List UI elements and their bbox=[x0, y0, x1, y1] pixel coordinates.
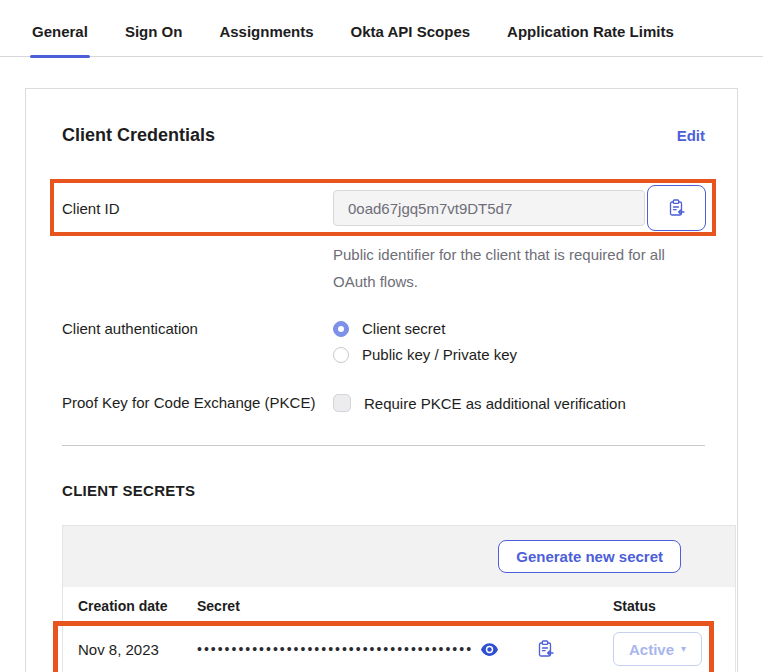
client-id-row: Client ID bbox=[62, 184, 705, 232]
tab-sign-on[interactable]: Sign On bbox=[123, 10, 185, 56]
tab-general[interactable]: General bbox=[30, 10, 90, 56]
client-secrets-title: CLIENT SECRETS bbox=[62, 482, 705, 499]
client-id-field-group bbox=[333, 185, 706, 231]
status-cell: Active ▾ bbox=[613, 632, 735, 666]
copy-client-id-button[interactable] bbox=[647, 185, 706, 231]
radio-label: Public key / Private key bbox=[362, 346, 517, 363]
chevron-down-icon: ▾ bbox=[681, 644, 686, 654]
radio-public-private-key[interactable] bbox=[333, 347, 349, 363]
column-header-secret: Secret bbox=[197, 598, 613, 614]
column-header-creation-date: Creation date bbox=[78, 598, 197, 614]
client-secrets-table: Generate new secret Creation date Secret… bbox=[62, 525, 736, 672]
client-id-input[interactable] bbox=[333, 190, 645, 226]
eye-icon bbox=[481, 643, 498, 656]
status-badge: Active bbox=[629, 641, 674, 658]
status-dropdown-button[interactable]: Active ▾ bbox=[613, 632, 702, 666]
radio-client-secret[interactable] bbox=[333, 321, 349, 337]
generate-new-secret-button[interactable]: Generate new secret bbox=[498, 540, 681, 573]
clipboard-copy-icon bbox=[669, 199, 685, 217]
secret-cell: •••••••••••••••••••••••••••••••••••••••• bbox=[197, 640, 613, 658]
client-id-help-text: Public identifier for the client that is… bbox=[333, 241, 678, 295]
reveal-secret-button[interactable] bbox=[481, 643, 498, 656]
masked-secret-value: •••••••••••••••••••••••••••••••••••••••• bbox=[197, 641, 473, 657]
secret-creation-date: Nov 8, 2023 bbox=[78, 641, 197, 658]
tab-application-rate-limits[interactable]: Application Rate Limits bbox=[505, 10, 676, 56]
pkce-row: Proof Key for Code Exchange (PKCE) Requi… bbox=[62, 394, 705, 412]
section-title: Client Credentials bbox=[62, 125, 215, 146]
clipboard-copy-icon bbox=[538, 640, 554, 658]
pkce-checkbox-option[interactable]: Require PKCE as additional verification bbox=[333, 394, 626, 412]
client-credentials-header: Client Credentials Edit bbox=[62, 125, 705, 146]
section-divider bbox=[62, 445, 705, 446]
radio-option-public-private-key[interactable]: Public key / Private key bbox=[333, 346, 517, 363]
tab-okta-api-scopes[interactable]: Okta API Scopes bbox=[349, 10, 473, 56]
tab-assignments[interactable]: Assignments bbox=[217, 10, 315, 56]
edit-link[interactable]: Edit bbox=[677, 127, 705, 144]
column-header-status: Status bbox=[613, 598, 735, 614]
client-id-label: Client ID bbox=[62, 200, 333, 217]
secrets-table-toolbar: Generate new secret bbox=[63, 526, 735, 587]
radio-label: Client secret bbox=[362, 320, 445, 337]
general-settings-panel: Client Credentials Edit Client ID P bbox=[25, 88, 738, 672]
client-authentication-label: Client authentication bbox=[62, 320, 333, 363]
table-row: Nov 8, 2023 ••••••••••••••••••••••••••••… bbox=[63, 623, 735, 672]
tab-bar: General Sign On Assignments Okta API Sco… bbox=[0, 0, 763, 57]
pkce-checkbox-label: Require PKCE as additional verification bbox=[364, 395, 626, 412]
client-authentication-options: Client secret Public key / Private key bbox=[333, 320, 517, 363]
secrets-table-header: Creation date Secret Status bbox=[63, 587, 735, 623]
pkce-checkbox[interactable] bbox=[333, 394, 351, 412]
copy-secret-button[interactable] bbox=[538, 640, 554, 658]
radio-option-client-secret[interactable]: Client secret bbox=[333, 320, 517, 337]
client-authentication-row: Client authentication Client secret Publ… bbox=[62, 320, 705, 363]
pkce-label: Proof Key for Code Exchange (PKCE) bbox=[62, 394, 333, 411]
